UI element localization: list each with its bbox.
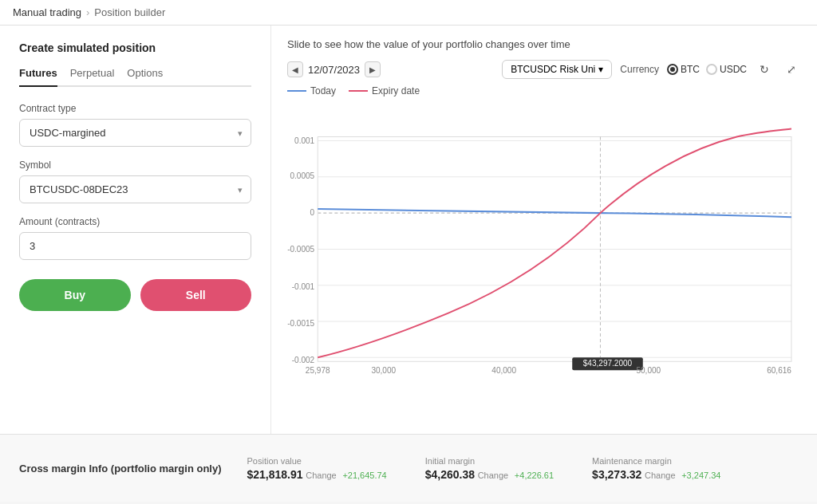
maintenance-change-value: +3,247.34 <box>681 471 720 480</box>
btc-label: BTC <box>681 64 700 75</box>
today-line-icon <box>287 90 306 92</box>
date-prev-button[interactable]: ◀ <box>287 61 303 77</box>
metrics-container: Position value $21,818.91 Change +21,645… <box>247 456 721 481</box>
refresh-button[interactable]: ↻ <box>755 60 774 79</box>
date-next-button[interactable]: ▶ <box>365 61 381 77</box>
expand-button[interactable]: ⤢ <box>782 60 801 79</box>
svg-text:-0.0005: -0.0005 <box>287 245 314 254</box>
metric-position-value: Position value $21,818.91 Change +21,645… <box>247 456 387 481</box>
svg-text:30,000: 30,000 <box>371 366 396 375</box>
amount-label: Amount (contracts) <box>19 216 251 227</box>
svg-text:-0.001: -0.001 <box>292 282 315 291</box>
sell-button[interactable]: Sell <box>140 279 252 311</box>
svg-text:0: 0 <box>310 208 315 217</box>
expiry-line-icon <box>349 90 368 92</box>
breadcrumb-current: Position builder <box>94 6 165 18</box>
chart-title: Slide to see how the value of your portf… <box>287 38 801 50</box>
contract-type-label: Contract type <box>19 103 251 114</box>
symbol-select-wrapper[interactable]: BTCUSDC-08DEC23 ▾ <box>19 175 251 203</box>
topbar: Manual trading › Position builder <box>0 0 817 26</box>
svg-text:0.0005: 0.0005 <box>290 171 314 180</box>
tab-options[interactable]: Options <box>127 67 163 87</box>
initial-change-value: +4,226.61 <box>515 471 554 480</box>
action-buttons: Buy Sell <box>19 279 251 311</box>
svg-text:40,000: 40,000 <box>491 366 516 375</box>
position-value-row: $21,818.91 Change +21,645.74 <box>247 468 387 481</box>
maintenance-margin-label: Maintenance margin <box>592 456 720 466</box>
currency-usdc-option[interactable]: USDC <box>706 64 747 75</box>
contract-type-group: Contract type USDC-margined Coin-margine… <box>19 103 251 147</box>
maintenance-margin-amount: $3,273.32 <box>592 468 641 481</box>
amount-group: Amount (contracts) <box>19 216 251 260</box>
buy-button[interactable]: Buy <box>19 279 131 311</box>
breadcrumb-separator: › <box>86 6 89 18</box>
position-change-value: +21,645.74 <box>342 471 386 480</box>
currency-label: Currency <box>620 64 659 75</box>
right-panel: Slide to see how the value of your portf… <box>271 26 817 434</box>
position-value-amount: $21,818.91 <box>247 468 303 481</box>
risk-dropdown[interactable]: BTCUSDC Risk Uni ▾ <box>502 60 612 79</box>
symbol-group: Symbol BTCUSDC-08DEC23 ▾ <box>19 159 251 203</box>
maintenance-change-label: Change <box>645 471 676 480</box>
contract-type-select-wrapper[interactable]: USDC-margined Coin-margined ▾ <box>19 119 251 147</box>
initial-margin-row: $4,260.38 Change +4,226.61 <box>425 468 554 481</box>
breadcrumb-parent[interactable]: Manual trading <box>13 6 81 18</box>
right-controls: BTCUSDC Risk Uni ▾ Currency BTC USDC ↻ ⤢ <box>502 60 801 79</box>
chart-controls: ◀ 12/07/2023 ▶ BTCUSDC Risk Uni ▾ Curren… <box>287 60 801 79</box>
date-navigation: ◀ 12/07/2023 ▶ <box>287 61 381 77</box>
risk-dropdown-chevron-icon: ▾ <box>598 64 603 75</box>
legend-today: Today <box>287 85 336 96</box>
date-display: 12/07/2023 <box>308 64 360 76</box>
metric-maintenance-margin: Maintenance margin $3,273.32 Change +3,2… <box>592 456 720 481</box>
today-label: Today <box>310 85 336 96</box>
usdc-radio-dot <box>706 64 717 75</box>
svg-text:-0.002: -0.002 <box>292 356 315 364</box>
usdc-label: USDC <box>720 64 747 75</box>
chart-area[interactable]: .axis-label { font-size: 10px; fill: #88… <box>287 101 801 421</box>
chart-svg: .axis-label { font-size: 10px; fill: #88… <box>287 101 801 421</box>
contract-type-select[interactable]: USDC-margined Coin-margined <box>20 120 251 146</box>
svg-text:25,978: 25,978 <box>306 366 330 375</box>
svg-text:0.001: 0.001 <box>294 136 315 145</box>
amount-input[interactable] <box>19 232 251 260</box>
initial-change-label: Change <box>478 471 509 480</box>
maintenance-margin-row: $3,273.32 Change +3,247.34 <box>592 468 720 481</box>
bottom-bar-title: Cross margin Info (portfolio margin only… <box>19 463 222 474</box>
tab-perpetual[interactable]: Perpetual <box>70 67 115 87</box>
initial-margin-label: Initial margin <box>425 456 554 466</box>
position-value-label: Position value <box>247 456 387 466</box>
position-change-label: Change <box>306 471 337 480</box>
btc-radio-dot <box>667 64 678 75</box>
svg-text:50,000: 50,000 <box>636 366 661 375</box>
panel-title: Create simulated position <box>19 41 251 54</box>
currency-radio-group: BTC USDC <box>667 64 747 75</box>
symbol-label: Symbol <box>19 159 251 171</box>
bottom-bar: Cross margin Info (portfolio margin only… <box>0 434 817 502</box>
risk-dropdown-label: BTCUSDC Risk Uni <box>511 64 595 75</box>
currency-btc-option[interactable]: BTC <box>667 64 700 75</box>
initial-margin-amount: $4,260.38 <box>425 468 475 481</box>
left-panel: Create simulated position Futures Perpet… <box>0 26 271 434</box>
symbol-select[interactable]: BTCUSDC-08DEC23 <box>20 176 251 203</box>
metric-initial-margin: Initial margin $4,260.38 Change +4,226.6… <box>425 456 554 481</box>
svg-text:60,616: 60,616 <box>767 366 791 375</box>
tabs-container: Futures Perpetual Options <box>19 67 251 87</box>
svg-text:$43,297.2000: $43,297.2000 <box>583 359 633 368</box>
legend-expiry: Expiry date <box>349 85 420 96</box>
main-content: Create simulated position Futures Perpet… <box>0 26 817 434</box>
svg-text:-0.0015: -0.0015 <box>287 319 314 328</box>
expiry-label: Expiry date <box>372 85 420 96</box>
chart-legend: Today Expiry date <box>287 85 801 96</box>
tab-futures[interactable]: Futures <box>19 67 57 87</box>
